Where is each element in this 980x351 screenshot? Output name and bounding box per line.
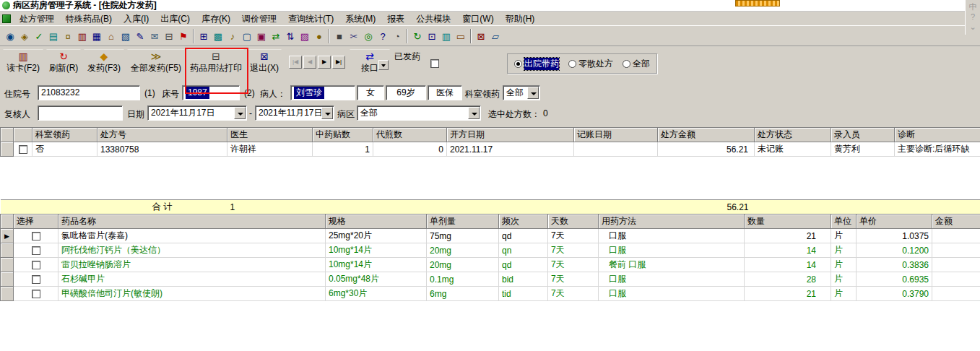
refresh-small-icon[interactable]: ↻ <box>410 29 425 43</box>
drug-row[interactable]: 雷贝拉唑钠肠溶片10mg*14片20mgqd7天餐前 口服14片0.3836 <box>1 258 980 272</box>
menu-item[interactable]: 帮助(H) <box>500 12 541 25</box>
billing-date-cell[interactable] <box>574 142 658 157</box>
column-header[interactable]: 记账日期 <box>574 128 658 142</box>
amount-cell[interactable] <box>932 287 980 301</box>
drug-name-cell[interactable]: 阿托伐他汀钙片（美达信） <box>58 243 326 258</box>
globe-icon[interactable]: ◎ <box>361 29 376 43</box>
dose-cell[interactable]: 6mg <box>427 287 499 301</box>
status-cell[interactable]: 未记账 <box>755 142 831 157</box>
dose-cell[interactable]: 0.1mg <box>427 272 499 287</box>
monitor-icon[interactable]: ▢ <box>240 29 254 43</box>
first-record-button[interactable]: |◀ <box>289 56 302 69</box>
select-cell[interactable] <box>14 287 58 301</box>
drug-checkbox[interactable] <box>32 232 40 240</box>
close-icon[interactable]: ⊠ <box>474 29 488 43</box>
dept-cell[interactable]: 否 <box>32 142 97 157</box>
ime-help-icon[interactable]: ? <box>971 12 975 22</box>
freq-cell[interactable]: bid <box>499 272 548 287</box>
coins-icon[interactable]: ● <box>312 29 326 43</box>
prescription-checkbox[interactable] <box>19 145 27 154</box>
diagnosis-cell[interactable]: 主要诊断:后循环缺 <box>895 142 980 157</box>
save-icon[interactable]: ▦ <box>90 29 104 43</box>
book-icon[interactable]: ▣ <box>254 29 269 43</box>
date-from-select[interactable]: 2021年11月17日 <box>147 105 247 121</box>
menu-item[interactable]: 库存(K) <box>196 12 236 25</box>
price-cell[interactable]: 0.6935 <box>857 272 932 287</box>
dept-select[interactable]: 全部 <box>503 85 540 100</box>
menu-item[interactable]: 查询统计(T) <box>282 12 339 25</box>
layout-icon[interactable]: ⊡ <box>425 29 439 43</box>
price-cell[interactable]: 0.3790 <box>857 287 932 301</box>
dropdown-arrow-icon[interactable] <box>527 87 539 99</box>
freq-cell[interactable]: qn <box>499 243 548 258</box>
usage-cell[interactable]: 口服 <box>599 287 745 301</box>
column-header[interactable]: 处方状态 <box>755 128 831 142</box>
insurance-field[interactable]: 医保 <box>428 85 462 100</box>
radio-discharge-meds[interactable]: 出院带药 <box>514 58 559 70</box>
doctor-cell[interactable]: 许朝祥 <box>227 142 313 157</box>
usage-cell[interactable]: 口服 <box>599 272 745 287</box>
drug-row[interactable]: 石杉碱甲片0.05mg*48片0.1mgbid7天口服28片0.6935 <box>1 272 980 287</box>
drug-name-cell[interactable]: 氯吡格雷片(泰嘉) <box>58 229 326 243</box>
drug-checkbox[interactable] <box>32 275 40 284</box>
exit-button[interactable]: ⊠退出(X) <box>247 49 282 77</box>
freq-cell[interactable]: qd <box>499 258 548 272</box>
herb-count-cell[interactable]: 1 <box>313 142 373 157</box>
spec-cell[interactable]: 10mg*14片 <box>326 258 427 272</box>
column-header[interactable]: 单剂量 <box>427 214 499 229</box>
unit-cell[interactable]: 片 <box>831 258 857 272</box>
dose-cell[interactable]: 20mg <box>427 258 499 272</box>
qty-cell[interactable]: 21 <box>745 229 831 243</box>
decoct-count-cell[interactable]: 0 <box>373 142 447 157</box>
amount-cell[interactable] <box>932 272 980 287</box>
open-date-cell[interactable]: 2021.11.17 <box>447 142 574 157</box>
export-icon[interactable]: ⇄ <box>269 29 283 43</box>
approve-icon[interactable]: ✓ <box>32 29 46 43</box>
price-cell[interactable]: 0.3836 <box>857 258 932 272</box>
days-cell[interactable]: 7天 <box>548 229 599 243</box>
drug-name-cell[interactable]: 甲磺酸倍他司汀片(敏使朗) <box>58 287 326 301</box>
flag-icon[interactable]: ⚑ <box>176 29 191 43</box>
unit-cell[interactable]: 片 <box>831 243 857 258</box>
days-cell[interactable]: 7天 <box>548 272 599 287</box>
menu-item[interactable]: 处方管理 <box>14 12 60 25</box>
drug-checkbox[interactable] <box>32 290 40 298</box>
drug-row[interactable]: ▶氯吡格雷片(泰嘉)25mg*20片75mgqd7天口服21片1.0375 <box>1 229 980 243</box>
menu-item[interactable]: 调价管理 <box>236 12 282 25</box>
prev-record-button[interactable]: ◀ <box>303 56 316 69</box>
radio-loose-prescription[interactable]: 零散处方 <box>568 58 613 70</box>
drug-row[interactable]: 阿托伐他汀钙片（美达信）10mg*14片20mgqn7天口服14片0.1200 <box>1 243 980 258</box>
drug-name-cell[interactable]: 石杉碱甲片 <box>58 272 326 287</box>
select-cell[interactable] <box>14 272 58 287</box>
freq-cell[interactable]: qd <box>499 229 548 243</box>
spec-cell[interactable]: 25mg*20片 <box>326 229 427 243</box>
menu-item[interactable]: 出库(C) <box>155 12 196 25</box>
window-icon[interactable]: ▭ <box>454 29 468 43</box>
columns-icon[interactable]: ▥ <box>439 29 454 43</box>
column-header[interactable]: 代煎数 <box>373 128 447 142</box>
admission-number-input[interactable]: 21083232 <box>38 85 140 100</box>
column-header[interactable]: 金额 <box>932 214 980 229</box>
ime-collapse-icon[interactable]: ⌄ <box>969 22 976 32</box>
unit-cell[interactable]: 片 <box>831 287 857 301</box>
days-cell[interactable]: 7天 <box>548 258 599 272</box>
column-header[interactable]: 科室领药 <box>32 128 97 142</box>
column-header[interactable]: 频次 <box>499 214 548 229</box>
column-header[interactable]: 规格 <box>326 214 427 229</box>
dose-cell[interactable]: 20mg <box>427 243 499 258</box>
read-card-button[interactable]: ▥读卡(F2) <box>3 49 43 77</box>
usage-cell[interactable]: 口服 <box>599 243 745 258</box>
freq-cell[interactable]: tid <box>499 287 548 301</box>
alarm-icon[interactable]: ♪ <box>225 29 240 43</box>
column-header[interactable]: 中药贴数 <box>313 128 373 142</box>
column-header[interactable]: 医生 <box>227 128 313 142</box>
help-icon[interactable]: ? <box>376 29 390 43</box>
drug-checkbox[interactable] <box>32 246 40 255</box>
radio-all[interactable]: 全部 <box>623 58 650 70</box>
interface-dropdown-icon[interactable] <box>378 60 389 70</box>
search-icon[interactable]: ◉ <box>3 29 17 43</box>
column-header[interactable]: 天数 <box>548 214 599 229</box>
dropdown-arrow-icon[interactable] <box>321 107 333 119</box>
stats-icon[interactable]: ▤ <box>46 29 61 43</box>
dropdown-arrow-icon[interactable] <box>234 107 246 119</box>
